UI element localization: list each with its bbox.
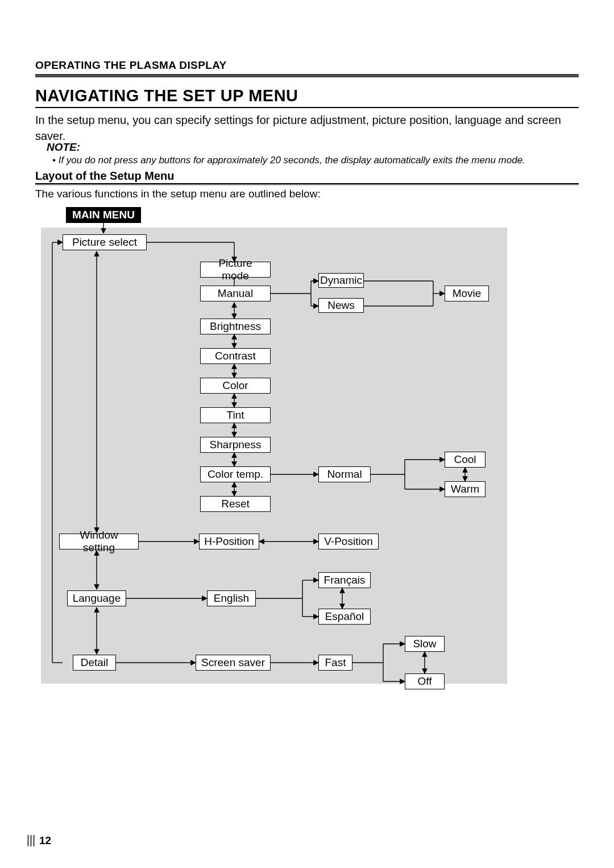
node-contrast: Contrast xyxy=(200,348,271,364)
node-reset: Reset xyxy=(200,496,271,512)
section-header: OPERATING THE PLASMA DISPLAY xyxy=(35,59,227,72)
title-underline xyxy=(35,107,579,108)
node-language: Language xyxy=(67,590,126,606)
node-screen-saver: Screen saver xyxy=(196,655,271,671)
note-label: NOTE: xyxy=(47,141,80,154)
connector-lines xyxy=(35,205,579,705)
node-sharpness: Sharpness xyxy=(200,437,271,453)
outline-text: The various functions in the setup menu … xyxy=(35,188,321,200)
node-brightness: Brightness xyxy=(200,319,271,334)
setup-menu-diagram: MAIN MENU Picture select Picture mode Ma… xyxy=(35,205,579,705)
divider xyxy=(35,74,579,77)
page-number-decoration xyxy=(27,835,35,846)
node-color: Color xyxy=(200,378,271,394)
node-normal: Normal xyxy=(318,466,371,482)
node-color-temp: Color temp. xyxy=(200,466,271,482)
note-body: • If you do not press any buttons for ap… xyxy=(52,155,575,166)
node-warm: Warm xyxy=(445,481,486,497)
subheading-rule-shadow xyxy=(35,184,579,185)
node-espanol: Español xyxy=(318,609,371,625)
node-fast: Fast xyxy=(318,655,352,671)
node-picture-select: Picture select xyxy=(63,234,147,250)
node-english: English xyxy=(207,590,256,606)
node-manual: Manual xyxy=(200,286,271,301)
page-number-value: 12 xyxy=(39,834,51,847)
node-detail: Detail xyxy=(73,655,116,671)
node-news: News xyxy=(318,298,364,313)
page-title: NAVIGATING THE SET UP MENU xyxy=(35,86,298,105)
node-tint: Tint xyxy=(200,407,271,423)
node-slow: Slow xyxy=(405,636,445,652)
node-movie: Movie xyxy=(445,286,489,301)
intro-paragraph: In the setup menu, you can specify setti… xyxy=(35,113,579,144)
node-picture-mode: Picture mode xyxy=(200,262,271,278)
node-dynamic: Dynamic xyxy=(318,273,364,288)
node-h-position: H-Position xyxy=(199,534,259,549)
subheading: Layout of the Setup Menu xyxy=(35,170,174,183)
node-main-menu: MAIN MENU xyxy=(66,207,141,223)
node-v-position: V-Position xyxy=(318,534,379,549)
node-window-setting: Window setting xyxy=(59,534,139,549)
node-off: Off xyxy=(405,673,445,689)
node-francais: Français xyxy=(318,572,371,588)
node-cool: Cool xyxy=(445,452,486,468)
manual-page: OPERATING THE PLASMA DISPLAY NAVIGATING … xyxy=(0,0,614,868)
page-number: 12 xyxy=(27,834,51,848)
